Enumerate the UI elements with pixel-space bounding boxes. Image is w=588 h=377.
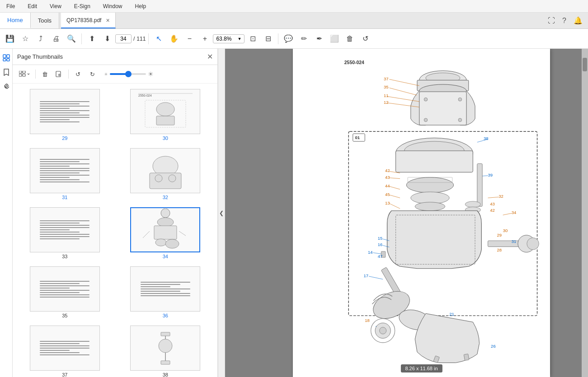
zoom-dropdown-arrow: ▼ [237, 37, 241, 41]
svg-point-16 [155, 175, 162, 182]
menu-esign[interactable]: E-Sign [71, 2, 93, 10]
highlight-button[interactable]: ✏ [296, 32, 311, 46]
brightness-thumb[interactable] [125, 71, 132, 77]
thumb-label-30[interactable]: 30 [163, 135, 168, 141]
fullscreen-icon[interactable]: ⛶ [546, 15, 557, 27]
thumbnail-30[interactable]: 2550-024 30 [117, 87, 214, 143]
pan-tool-button[interactable]: ✋ [167, 32, 181, 46]
share-button[interactable]: ⤴ [33, 32, 48, 46]
svg-point-17 [169, 175, 176, 182]
delete-button[interactable]: 🗑 [343, 32, 357, 46]
select-tool-button[interactable]: ↖ [151, 32, 166, 46]
thumb-img-37 [30, 326, 100, 371]
thumbnail-35[interactable]: 35 [16, 265, 113, 320]
thumb-label-32[interactable]: 32 [163, 195, 168, 200]
thumbnails-panel: Page Thumbnails ✕ 🗑 ↺ ↻ ☀ ☀ [13, 49, 218, 377]
svg-line-43 [389, 88, 417, 95]
thumb-label-34[interactable]: 34 [163, 254, 168, 259]
svg-text:16: 16 [378, 242, 383, 247]
thumbnail-34[interactable]: 34 [117, 205, 214, 261]
page-number-input[interactable]: 34 [115, 34, 132, 43]
svg-text:12: 12 [384, 100, 389, 105]
thumb-delete-button[interactable]: 🗑 [38, 68, 51, 80]
thumb-label-33[interactable]: 33 [62, 254, 67, 259]
bell-icon[interactable]: 🔔 [572, 14, 584, 27]
tab-home[interactable]: Home [0, 13, 31, 28]
thumb-label-35[interactable]: 35 [62, 313, 67, 318]
zoom-dropdown[interactable]: 63.8% ▼ [213, 34, 245, 43]
svg-point-76 [415, 202, 445, 211]
svg-rect-111 [464, 354, 469, 361]
svg-point-38 [424, 118, 428, 122]
svg-point-37 [458, 98, 462, 101]
svg-point-114 [380, 327, 386, 334]
save-button[interactable]: 💾 [3, 32, 17, 46]
svg-text:17: 17 [363, 273, 368, 278]
zoom-in-button[interactable]: + [198, 32, 212, 46]
stamp-button[interactable]: ⬜ [327, 32, 342, 46]
thumb-label-31[interactable]: 31 [62, 195, 67, 200]
panel-collapse-button[interactable]: ❮ [218, 49, 225, 377]
markup-button[interactable]: ✒ [312, 32, 326, 46]
page-size-badge: 8.26 x 11.68 in [400, 364, 442, 372]
svg-text:14: 14 [368, 250, 373, 255]
attachments-icon[interactable] [1, 81, 12, 92]
tab-bar: Home Tools QP178358.pdf × ⛶ ? 🔔 [0, 13, 588, 29]
menu-view[interactable]: View [47, 2, 64, 10]
thumb-img-38 [130, 326, 200, 371]
search-button[interactable]: 🔍 [64, 32, 79, 46]
svg-rect-55 [396, 151, 473, 172]
prev-page-button[interactable]: ⬆ [85, 32, 99, 46]
thumbnail-33[interactable]: 33 [16, 205, 113, 261]
svg-rect-28 [161, 332, 170, 336]
svg-text:2550-024: 2550-024 [138, 94, 152, 97]
thumb-label-37[interactable]: 37 [62, 372, 67, 377]
svg-text:11: 11 [384, 93, 389, 98]
thumbnails-close-button[interactable]: ✕ [207, 52, 213, 61]
th-sep-1 [35, 70, 36, 79]
pages-panel-icon[interactable] [1, 52, 12, 63]
sun-large-icon: ☀ [148, 70, 154, 78]
zoom-out-button[interactable]: − [182, 32, 197, 46]
vertical-scrollbar[interactable] [582, 49, 588, 377]
fit-page-button[interactable]: ⊡ [245, 32, 260, 46]
thumbnail-37[interactable]: 37 [16, 324, 113, 377]
thumbnail-31[interactable]: 31 [16, 146, 113, 202]
pdf-viewer[interactable]: 2550-024 3 [225, 49, 588, 377]
tab-close-button[interactable]: × [106, 17, 109, 24]
help-icon[interactable]: ? [560, 15, 568, 27]
pdf-page: 2550-024 3 [293, 49, 550, 377]
thumbnail-29[interactable]: 29 [16, 87, 113, 143]
thumbnail-32[interactable]: 32 [117, 146, 214, 202]
thumb-label-38[interactable]: 38 [163, 372, 168, 377]
next-page-button[interactable]: ⬇ [100, 32, 114, 46]
tab-file[interactable]: QP178358.pdf × [61, 13, 116, 28]
menu-help[interactable]: Help [132, 2, 149, 10]
svg-text:28: 28 [497, 247, 502, 252]
thumb-label-29[interactable]: 29 [62, 135, 67, 141]
svg-text:44: 44 [385, 183, 390, 188]
bookmarks-icon[interactable] [1, 67, 12, 78]
thumb-undo-button[interactable]: ↺ [71, 68, 84, 80]
thumbnail-38[interactable]: 38 [117, 324, 214, 377]
fit-width-button[interactable]: ⊟ [261, 32, 275, 46]
thumb-grid-button[interactable] [16, 68, 33, 80]
svg-text:37: 37 [384, 76, 389, 81]
menu-file[interactable]: File [4, 2, 18, 10]
thumb-redo-button[interactable]: ↻ [86, 68, 99, 80]
print-button[interactable]: 🖨 [49, 32, 63, 46]
tab-tools[interactable]: Tools [31, 13, 59, 28]
comment-button[interactable]: 💬 [281, 32, 296, 46]
svg-rect-3 [7, 59, 9, 61]
thumbnails-header: Page Thumbnails ✕ [13, 49, 217, 65]
menu-window[interactable]: Window [100, 2, 125, 10]
page-separator: / [133, 36, 135, 42]
undo-button[interactable]: ↺ [358, 32, 372, 46]
bookmark-button[interactable]: ☆ [18, 32, 33, 46]
thumb-extract-button[interactable] [53, 68, 66, 80]
menu-edit[interactable]: Edit [25, 2, 40, 10]
thumb-label-36[interactable]: 36 [163, 313, 168, 318]
thumbnail-36[interactable]: 36 [117, 265, 214, 320]
svg-text:43: 43 [490, 201, 495, 206]
svg-line-23 [143, 231, 150, 238]
